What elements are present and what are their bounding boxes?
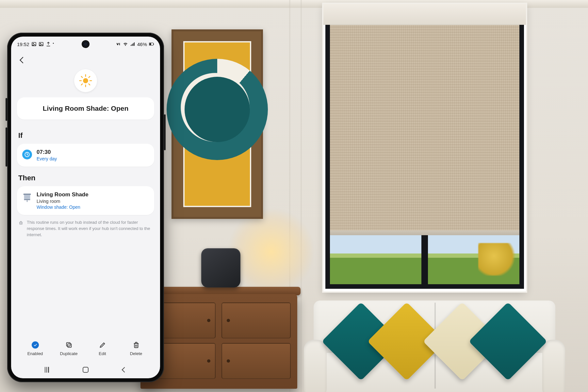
svg-rect-17 <box>24 194 31 195</box>
clock-icon <box>22 150 32 159</box>
then-action-card[interactable]: Living Room Shade Living room Window sha… <box>17 186 154 215</box>
drawer <box>221 343 291 379</box>
battery-text: 46% <box>137 41 147 47</box>
svg-rect-5 <box>153 43 154 45</box>
phone-side-button <box>6 127 7 167</box>
app-body: Living Room Shade: Open If 07:30 Every d… <box>11 52 160 361</box>
window-shade-fabric <box>325 25 524 231</box>
image-icon <box>39 41 44 47</box>
edit-button[interactable]: Edit <box>90 341 116 356</box>
routine-title: Living Room Shade: Open <box>43 105 129 112</box>
shade-bottom-bar <box>325 231 524 235</box>
hub-info-text: This routine runs on your hub instead of… <box>27 220 153 238</box>
duplicate-icon <box>65 341 73 349</box>
svg-rect-18 <box>24 195 30 199</box>
window-frame <box>325 284 524 289</box>
lamp-glow <box>229 209 314 294</box>
pencil-icon <box>98 341 107 349</box>
more-notifications-icon: • <box>53 41 55 45</box>
phone-side-button <box>6 98 7 121</box>
then-device: Living Room Shade <box>37 191 89 198</box>
sofa <box>314 301 555 392</box>
delete-label: Delete <box>130 351 142 356</box>
svg-rect-21 <box>68 344 71 347</box>
back-nav-button[interactable] <box>120 365 129 374</box>
trash-icon <box>132 341 140 349</box>
wifi-icon <box>123 41 128 47</box>
volte-icon <box>116 41 121 47</box>
window-frame <box>519 25 524 289</box>
shade-cassette <box>323 4 526 25</box>
camera-hole <box>83 41 89 47</box>
window <box>323 4 526 291</box>
chevron-left-icon <box>20 57 26 63</box>
phone-screen: 19:52 • 46% <box>11 37 160 378</box>
image-icon <box>31 41 37 47</box>
enabled-toggle[interactable]: Enabled <box>22 341 48 356</box>
enabled-label: Enabled <box>27 351 43 356</box>
recents-button[interactable] <box>42 365 51 374</box>
window-shade-icon <box>22 193 32 203</box>
edit-label: Edit <box>99 351 106 356</box>
upload-icon <box>46 41 51 47</box>
tree <box>478 243 517 276</box>
status-time: 19:52 <box>17 41 29 47</box>
duplicate-button[interactable]: Duplicate <box>56 341 82 356</box>
signal-icon <box>130 41 135 47</box>
svg-rect-19 <box>24 199 30 200</box>
then-section-label: Then <box>17 167 154 186</box>
smart-hub-device <box>201 248 240 287</box>
check-circle-icon <box>32 341 39 349</box>
routine-icon-badge[interactable] <box>74 69 97 92</box>
if-repeat: Every day <box>37 156 57 161</box>
sun-icon <box>79 74 92 88</box>
back-button[interactable] <box>17 54 29 66</box>
home-button[interactable] <box>81 365 90 374</box>
bottom-actions: Enabled Duplicate Edit <box>17 337 154 358</box>
window-mullion <box>421 235 428 289</box>
svg-point-3 <box>40 43 41 44</box>
svg-rect-23 <box>134 343 138 348</box>
android-nav-bar <box>11 361 160 378</box>
phone-frame: 19:52 • 46% <box>7 33 164 382</box>
phone-side-button <box>164 114 166 150</box>
wall-art-frame <box>172 29 263 219</box>
hub-info-note: This routine runs on your hub instead of… <box>17 215 154 238</box>
svg-line-13 <box>89 84 90 85</box>
window-frame <box>325 25 330 289</box>
then-action: Window shade: Open <box>37 204 89 210</box>
home-hub-icon <box>18 220 24 225</box>
drawer <box>221 302 291 338</box>
svg-point-7 <box>83 78 88 83</box>
wall-panel-line <box>301 0 302 392</box>
svg-line-12 <box>81 76 83 78</box>
if-condition-card[interactable]: 07:30 Every day <box>17 144 154 167</box>
if-time: 07:30 <box>37 149 57 155</box>
if-section-label: If <box>17 124 154 144</box>
svg-line-14 <box>81 84 83 85</box>
svg-line-15 <box>89 76 90 78</box>
then-room: Living room <box>37 199 89 204</box>
battery-icon <box>149 41 154 47</box>
svg-rect-6 <box>149 43 151 45</box>
svg-point-1 <box>33 43 34 44</box>
routine-title-card[interactable]: Living Room Shade: Open <box>17 97 154 120</box>
duplicate-label: Duplicate <box>60 351 77 356</box>
svg-rect-22 <box>66 343 70 346</box>
delete-button[interactable]: Delete <box>123 341 149 356</box>
